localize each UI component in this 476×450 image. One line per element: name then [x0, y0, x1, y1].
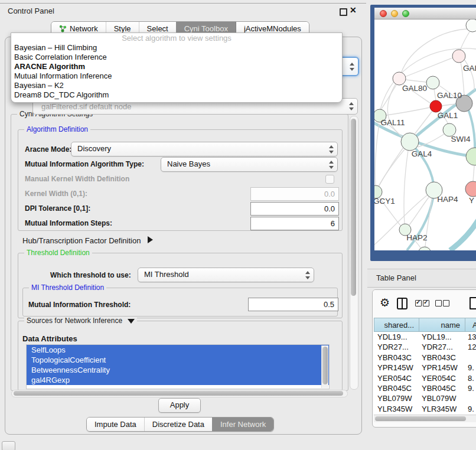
sources-title-text: Sources for Network Inference: [27, 317, 122, 325]
network-edge[interactable]: [460, 32, 470, 50]
select-all-icon[interactable]: [423, 300, 429, 306]
mi-threshold-label: Mutual Information Threshold:: [28, 301, 131, 309]
dpi-tolerance-field[interactable]: 0.0: [250, 202, 339, 216]
kernel-width-field[interactable]: 0.0: [250, 187, 339, 201]
hub-definition-toggle[interactable]: Hub/Transcription Factor Definition: [22, 236, 153, 245]
dropdown-item[interactable]: Mutual Information Inference: [11, 71, 342, 81]
table-cell: 9.: [465, 404, 476, 414]
table-hscrollbar-thumb[interactable]: [375, 416, 466, 421]
node-label: GCY1: [374, 197, 395, 206]
table-panel-header: Table Panel: [367, 269, 476, 288]
tab-discretize-data[interactable]: Discretize Data: [144, 418, 212, 431]
node-label: GAL: [463, 64, 476, 73]
aracne-mode-value: Discovery: [71, 144, 111, 153]
network-window-titlebar[interactable]: [374, 8, 476, 19]
network-node-gal80[interactable]: [393, 72, 406, 85]
table-cell: [465, 393, 476, 403]
settings-scrollbar-thumb[interactable]: [351, 119, 356, 296]
list-item[interactable]: SelfLoops: [27, 345, 329, 355]
network-node-y[interactable]: [465, 181, 476, 197]
settings-scrollbar[interactable]: [350, 116, 358, 390]
tab-impute-data[interactable]: Impute Data: [87, 418, 144, 431]
node-label: HAP2: [406, 233, 427, 242]
node-label: GAL10: [437, 91, 462, 100]
dropdown-item-selected[interactable]: ARACNE Algorithm: [11, 62, 342, 71]
float-window-icon[interactable]: [340, 8, 347, 16]
dpi-tolerance-label: DPI Tolerance [0,1]:: [25, 204, 90, 213]
table-row[interactable]: YPR145WYPR145W9.: [374, 363, 476, 373]
dropdown-item[interactable]: Dream8 DC_TDC Algorithm: [11, 90, 342, 100]
collapse-down-icon[interactable]: [128, 319, 135, 324]
table-cell: YER054C: [374, 373, 419, 383]
list-scrollbar-thumb[interactable]: [322, 347, 328, 384]
manual-kernel-checkbox[interactable]: [325, 175, 334, 184]
settings-gear-icon[interactable]: [380, 296, 390, 309]
dropdown-item[interactable]: Basic Correlation Inference: [11, 53, 342, 62]
list-item[interactable]: BetweennessCentrality: [27, 365, 329, 375]
mi-type-combo[interactable]: Naive Bayes: [161, 157, 338, 172]
network-edge[interactable]: [387, 84, 403, 137]
network-node-gal[interactable]: [452, 50, 465, 63]
table-cell: 13: [465, 332, 476, 342]
table-cell: [465, 353, 476, 363]
report-icon[interactable]: [470, 297, 476, 309]
table-row[interactable]: YBR043CYBR043C: [374, 353, 476, 363]
network-edge[interactable]: [434, 89, 436, 100]
list-item[interactable]: TopologicalCoefficient: [27, 355, 329, 365]
node-label: GAL11: [380, 118, 405, 127]
split-columns-icon[interactable]: [397, 298, 407, 309]
combo-stepper-icon: [348, 102, 354, 110]
table-row[interactable]: YER054CYER054C8.: [374, 373, 476, 383]
settings-hscrollbar[interactable]: [11, 390, 348, 397]
expand-right-icon[interactable]: [148, 236, 153, 243]
network-node-gal4[interactable]: [401, 133, 419, 151]
settings-hscrollbar-thumb[interactable]: [14, 391, 343, 396]
network-node-gal10[interactable]: [426, 76, 439, 89]
table-row[interactable]: YBL079WYBL079W: [374, 393, 476, 403]
which-threshold-combo[interactable]: MI Threshold: [138, 268, 314, 282]
dropdown-placeholder: Select algorithm to view settings: [11, 33, 342, 43]
select-all-icon[interactable]: [415, 300, 422, 306]
column-header[interactable]: shared...: [374, 318, 419, 332]
network-edge[interactable]: [473, 166, 474, 181]
tab-infer-network[interactable]: Infer Network: [212, 418, 273, 431]
network-node[interactable]: [466, 148, 476, 165]
list-scrollbar[interactable]: [321, 345, 328, 388]
dropdown-item[interactable]: Bayesian – K2: [11, 81, 342, 90]
network-edge[interactable]: [375, 123, 379, 185]
table-cell: 8.: [465, 373, 476, 383]
column-header[interactable]: name: [419, 318, 465, 332]
mi-steps-label: Mutual Information Steps:: [25, 219, 112, 227]
network-edge[interactable]: [406, 80, 426, 82]
close-icon[interactable]: [350, 5, 357, 15]
mi-threshold-field[interactable]: 0.5: [248, 298, 338, 311]
table-row[interactable]: YBR045CYBR045C9.: [374, 383, 476, 393]
table-row[interactable]: YDL19...YDL19...13: [374, 332, 476, 342]
minimize-traffic-light-icon[interactable]: [391, 10, 398, 17]
table-cell: YPR145W: [374, 363, 419, 373]
table-panel: shared... name A YDL19...YDL19...13YDR27…: [372, 289, 476, 428]
table-row[interactable]: YLR345WYLR345W9.: [374, 404, 476, 414]
list-item[interactable]: gal4RGexp: [27, 375, 329, 385]
zoom-traffic-light-icon[interactable]: [402, 10, 409, 17]
network-edge[interactable]: [386, 107, 430, 115]
node-label: Y: [469, 196, 474, 205]
dropdown-item[interactable]: Bayesian – Hill Climbing: [11, 43, 342, 53]
deselect-all-icon[interactable]: [443, 300, 449, 306]
table-row[interactable]: YDR27...YDR27...12: [374, 342, 476, 352]
network-canvas[interactable]: GALGAL80GAL10GAL1GAL11SWI4GAL4GCY1HAP4YH…: [374, 19, 476, 250]
network-node-gal1[interactable]: [430, 100, 442, 112]
deselect-all-icon[interactable]: [435, 300, 442, 306]
network-node[interactable]: [466, 19, 476, 32]
network-edge[interactable]: [405, 58, 452, 77]
mi-steps-field[interactable]: 6: [250, 217, 339, 230]
apply-button[interactable]: Apply: [158, 398, 201, 413]
network-edge[interactable]: [450, 218, 476, 250]
data-attributes-list[interactable]: SelfLoops TopologicalCoefficient Between…: [26, 344, 330, 389]
column-header[interactable]: A: [465, 318, 476, 332]
table-hscrollbar[interactable]: [374, 415, 476, 422]
network-edge[interactable]: [468, 108, 475, 154]
aracne-mode-combo[interactable]: Discovery: [71, 142, 338, 156]
panel-resize-button[interactable]: [2, 441, 15, 450]
close-traffic-light-icon[interactable]: [380, 10, 387, 17]
